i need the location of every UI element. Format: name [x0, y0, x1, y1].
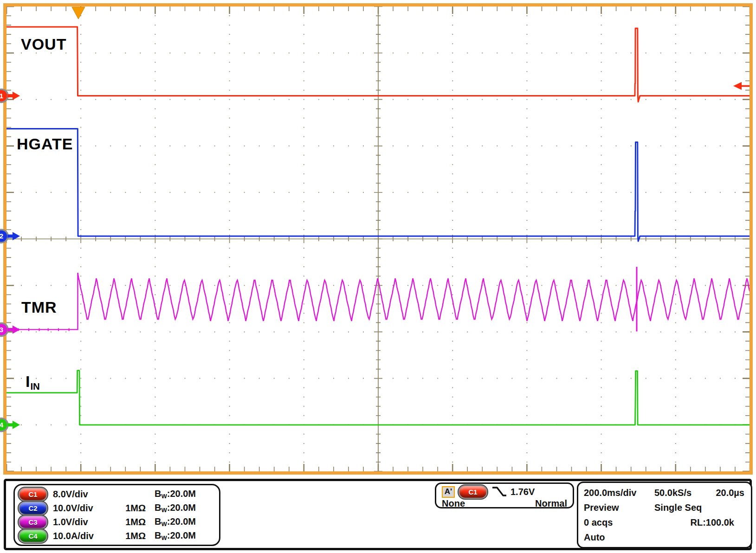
- channel-bandwidth-c2: BW:20.0M: [146, 502, 196, 514]
- acquisition-count: 0 acqs: [584, 517, 654, 528]
- channel-marker-c3[interactable]: 3: [0, 323, 20, 336]
- acquisition-mode: Single Seq: [654, 502, 744, 513]
- status-bar: C1 8.0V/div BW:20.0M C2 10.0V/div 1MΩ BW…: [4, 479, 752, 550]
- channel-scale-c3: 1.0V/div: [53, 517, 88, 527]
- horizontal-box[interactable]: 200.0ms/div 50.0kS/s 20.0µs Preview Sing…: [577, 482, 752, 548]
- scope-graticule-and-traces: 1234: [0, 0, 756, 478]
- channel-row-c3: C3 1.0V/div 1MΩ BW:20.0M: [19, 515, 196, 528]
- trigger-source-badge[interactable]: C1: [459, 485, 487, 499]
- trigger-row-mode: None Normal: [442, 498, 567, 508]
- channel-bandwidth-c3: BW:20.0M: [146, 516, 196, 527]
- channel-marker-c2[interactable]: 2: [0, 230, 20, 243]
- horizontal-row-2: Preview Single Seq: [584, 502, 746, 514]
- horizontal-row-1: 200.0ms/div 50.0kS/s 20.0µs: [584, 487, 746, 499]
- wave-label-hgate: HGATE: [17, 136, 73, 152]
- wave-label-vout: VOUT: [21, 36, 66, 52]
- iin-label-main: I: [26, 373, 30, 390]
- horizontal-row-3: 0 acqs RL:100.0k: [584, 516, 746, 528]
- channel-scale-c1: 8.0V/div: [53, 489, 88, 500]
- channel-impedance-c2: 1MΩ: [117, 503, 146, 514]
- svg-text:4: 4: [0, 421, 4, 429]
- channel-scale-c2: 10.0V/div: [53, 503, 93, 514]
- trigger-mode-left: None: [442, 498, 465, 509]
- channel-bandwidth-c1: BW:20.0M: [146, 489, 196, 500]
- svg-text:1: 1: [0, 92, 3, 100]
- trigger-level-value: 1.76V: [510, 487, 535, 497]
- channel-scale-c4: 10.0A/div: [53, 531, 94, 541]
- preview-status: Preview: [584, 502, 654, 513]
- wave-label-tmr: TMR: [21, 299, 57, 315]
- channel-bandwidth-c4: BW:20.0M: [146, 530, 196, 541]
- channel-marker-c1[interactable]: 1: [0, 89, 20, 102]
- channel-badge-c3[interactable]: C3: [19, 515, 47, 529]
- trigger-mode-right: Normal: [535, 498, 567, 509]
- trigger-holdoff-mode: Auto: [584, 532, 654, 543]
- iin-label-sub: IN: [30, 381, 39, 392]
- channel-badge-c1[interactable]: C1: [19, 488, 47, 501]
- wave-label-iin: IIN: [26, 373, 40, 392]
- record-length: RL:100.0k: [691, 517, 747, 528]
- sample-rate-value: 50.0kS/s: [654, 488, 716, 498]
- trigger-position-marker[interactable]: [72, 7, 85, 19]
- horizontal-row-4: Auto: [584, 531, 746, 543]
- timebase-value: 200.0ms/div: [584, 488, 654, 498]
- channel-impedance-c3: 1MΩ: [117, 517, 146, 527]
- trigger-level-marker[interactable]: [733, 82, 750, 90]
- channel-marker-c4[interactable]: 4: [0, 418, 20, 431]
- channel-row-c1: C1 8.0V/div BW:20.0M: [19, 488, 196, 501]
- trigger-box[interactable]: A' C1 1.76V None Normal: [435, 482, 574, 508]
- falling-edge-icon: [491, 485, 508, 498]
- svg-text:2: 2: [0, 232, 3, 240]
- trigger-aux-badge[interactable]: A': [442, 486, 455, 498]
- channel-badge-c2[interactable]: C2: [19, 502, 47, 515]
- channel-row-c2: C2 10.0V/div 1MΩ BW:20.0M: [19, 502, 196, 514]
- channel-impedance-c4: 1MΩ: [117, 531, 146, 541]
- channel-badge-c4[interactable]: C4: [19, 529, 47, 543]
- channel-row-c4: C4 10.0A/div 1MΩ BW:20.0M: [19, 529, 196, 542]
- scope-display: 1234 VOUT HGATE TMR IIN: [0, 0, 756, 478]
- channel-settings-box[interactable]: C1 8.0V/div BW:20.0M C2 10.0V/div 1MΩ BW…: [13, 484, 220, 546]
- svg-text:3: 3: [0, 326, 3, 334]
- delay-value: 20.0µs: [716, 488, 746, 498]
- trigger-row-main: A' C1 1.76V: [442, 485, 567, 498]
